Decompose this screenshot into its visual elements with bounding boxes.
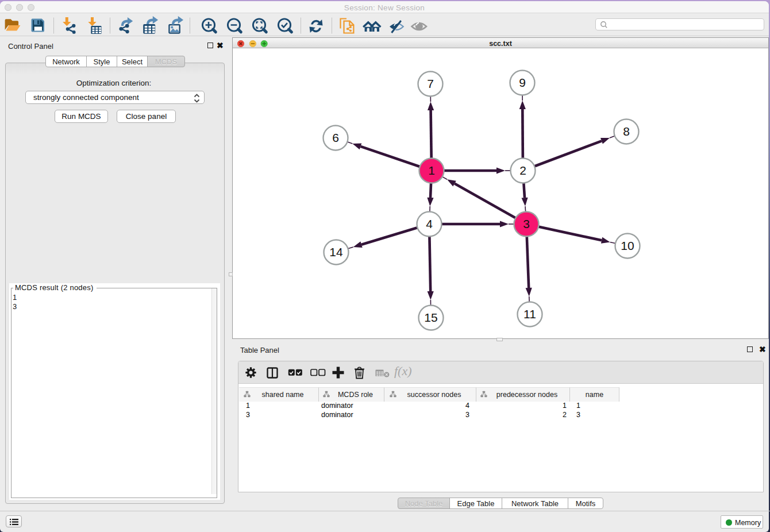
svg-text:8: 8 bbox=[623, 125, 630, 138]
svg-text:4: 4 bbox=[426, 217, 433, 230]
svg-text:15: 15 bbox=[424, 311, 437, 324]
svg-text:3: 3 bbox=[523, 217, 530, 230]
svg-text:1: 1 bbox=[428, 164, 435, 177]
svg-text:10: 10 bbox=[621, 239, 634, 252]
svg-text:6: 6 bbox=[332, 131, 339, 144]
svg-text:2: 2 bbox=[519, 164, 526, 177]
svg-text:9: 9 bbox=[519, 76, 526, 89]
svg-text:14: 14 bbox=[329, 245, 343, 259]
svg-text:7: 7 bbox=[427, 77, 434, 90]
svg-text:11: 11 bbox=[523, 307, 536, 321]
